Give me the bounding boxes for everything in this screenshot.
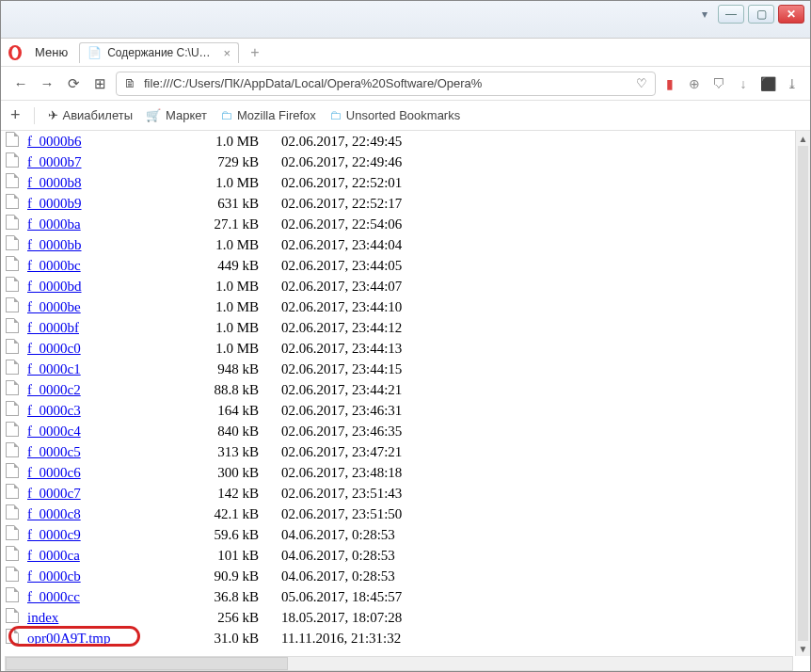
bookmark-item-unsorted[interactable]: 🗀 Unsorted Bookmarks xyxy=(329,108,460,122)
table-row: f_0000bd1.0 MB02.06.2017, 23:44:07 xyxy=(1,276,810,296)
file-link[interactable]: f_0000c1 xyxy=(27,361,81,376)
file-icon-cell xyxy=(1,379,24,400)
forward-button[interactable]: → xyxy=(37,73,57,94)
file-link[interactable]: f_0000c4 xyxy=(27,424,81,439)
file-link[interactable]: f_0000ca xyxy=(27,548,80,563)
table-row: f_0000be1.0 MB02.06.2017, 23:44:10 xyxy=(1,296,810,317)
shield-icon[interactable]: ⛉ xyxy=(710,75,727,92)
table-row: f_0000c842.1 kB02.06.2017, 23:51:50 xyxy=(1,504,810,524)
document-icon xyxy=(6,339,19,354)
document-icon xyxy=(6,629,19,644)
tab-close-icon[interactable]: × xyxy=(224,46,231,60)
file-link[interactable]: f_0000b7 xyxy=(27,154,82,169)
maximize-button[interactable]: ▢ xyxy=(748,5,774,24)
document-icon xyxy=(6,587,19,602)
file-link[interactable]: f_0000cb xyxy=(27,568,81,584)
file-link[interactable]: f_0000c7 xyxy=(27,486,81,501)
file-link[interactable]: f_0000b6 xyxy=(27,134,82,149)
scroll-thumb[interactable] xyxy=(798,146,808,641)
window-dropdown-icon[interactable]: ▾ xyxy=(695,5,714,24)
file-size: 36.8 kB xyxy=(183,586,278,607)
document-icon xyxy=(6,442,19,457)
file-link[interactable]: f_0000b9 xyxy=(27,196,82,211)
download-icon[interactable]: ↓ xyxy=(735,75,752,92)
file-icon-cell xyxy=(1,524,24,545)
file-size: 1.0 MB xyxy=(183,317,278,338)
document-icon xyxy=(6,463,19,478)
bookmark-label: Mozilla Firefox xyxy=(237,108,316,122)
document-icon xyxy=(6,546,19,561)
file-link[interactable]: f_0000b8 xyxy=(27,175,82,190)
back-button[interactable]: ← xyxy=(10,73,31,94)
minimize-button[interactable]: — xyxy=(718,5,744,24)
file-link[interactable]: index xyxy=(27,610,58,625)
file-date: 02.06.2017, 23:47:21 xyxy=(278,441,810,462)
folder-icon: 🗀 xyxy=(220,108,232,122)
file-link[interactable]: opr00A9T.tmp xyxy=(27,631,110,646)
bookmark-item-market[interactable]: 🛒 Маркет xyxy=(146,108,207,122)
file-link[interactable]: f_0000cc xyxy=(27,589,80,604)
bookmark-item-firefox[interactable]: 🗀 Mozilla Firefox xyxy=(220,108,316,122)
bookmark-item-aviabilety[interactable]: ✈ Авиабилеты xyxy=(48,108,133,122)
file-icon-cell xyxy=(1,628,24,648)
globe-icon[interactable]: ⊕ xyxy=(686,75,703,92)
table-row: f_0000b9631 kB02.06.2017, 22:52:17 xyxy=(1,193,810,214)
document-icon xyxy=(6,504,19,520)
file-link[interactable]: f_0000bf xyxy=(27,320,79,335)
document-icon xyxy=(6,297,19,312)
opera-logo-icon[interactable] xyxy=(7,44,24,61)
table-row: f_0000cc36.8 kB05.06.2017, 18:45:57 xyxy=(1,586,810,607)
file-listing: f_0000b61.0 MB02.06.2017, 22:49:45f_0000… xyxy=(1,131,810,660)
address-bar[interactable]: 🗎 file:///C:/Users/ПК/AppData/Local/Oper… xyxy=(116,72,656,96)
file-link[interactable]: f_0000ba xyxy=(27,216,81,232)
close-button[interactable]: ✕ xyxy=(778,5,804,24)
document-icon xyxy=(6,484,19,499)
file-date: 02.06.2017, 23:44:21 xyxy=(278,379,810,400)
separator xyxy=(34,107,35,124)
table-row: f_0000cb90.9 kB04.06.2017, 0:28:53 xyxy=(1,566,810,586)
adblock-icon[interactable]: ▮ xyxy=(661,75,678,92)
file-link[interactable]: f_0000c5 xyxy=(27,444,81,459)
save-icon[interactable]: ⤓ xyxy=(784,75,801,92)
add-bookmark-button[interactable]: + xyxy=(10,105,21,125)
tab-active[interactable]: 📄 Содержание C:\Users\ПК × xyxy=(79,42,239,63)
file-icon-cell xyxy=(1,359,24,379)
file-link[interactable]: f_0000c6 xyxy=(27,465,81,480)
scroll-thumb-horizontal[interactable] xyxy=(6,657,288,670)
file-date: 02.06.2017, 22:52:17 xyxy=(278,193,810,214)
heart-icon[interactable]: ♡ xyxy=(636,76,647,90)
file-size: 1.0 MB xyxy=(183,131,278,152)
file-link[interactable]: f_0000bd xyxy=(27,279,82,294)
file-icon-cell xyxy=(1,586,24,607)
file-icon-cell xyxy=(1,193,24,214)
file-date: 02.06.2017, 22:49:46 xyxy=(278,152,810,172)
file-icon-cell xyxy=(1,483,24,504)
file-link[interactable]: f_0000bc xyxy=(27,258,81,273)
vertical-scrollbar[interactable]: ▲ ▼ xyxy=(795,131,810,656)
file-link[interactable]: f_0000c0 xyxy=(27,341,81,356)
reload-button[interactable]: ⟳ xyxy=(63,73,84,94)
document-icon xyxy=(6,256,19,271)
extension-icon[interactable]: ⬛ xyxy=(759,75,776,92)
document-icon xyxy=(6,215,19,230)
file-link[interactable]: f_0000c2 xyxy=(27,382,81,397)
bookmark-label: Unsorted Bookmarks xyxy=(346,108,460,122)
file-icon-cell xyxy=(1,421,24,441)
file-link[interactable]: f_0000be xyxy=(27,299,81,314)
file-link[interactable]: f_0000c3 xyxy=(27,403,81,418)
file-link[interactable]: f_0000c8 xyxy=(27,506,81,521)
tab-bar: Меню 📄 Содержание C:\Users\ПК × + xyxy=(1,39,810,67)
table-row: f_0000b81.0 MB02.06.2017, 22:52:01 xyxy=(1,172,810,193)
scroll-up-icon[interactable]: ▲ xyxy=(796,131,810,146)
scroll-down-icon[interactable]: ▼ xyxy=(796,641,810,656)
file-link[interactable]: f_0000c9 xyxy=(27,527,81,542)
menu-button[interactable]: Меню xyxy=(29,43,73,61)
folder-icon: 🗀 xyxy=(329,108,342,122)
speed-dial-button[interactable]: ⊞ xyxy=(89,73,110,94)
new-tab-button[interactable]: + xyxy=(245,44,264,61)
document-icon xyxy=(6,173,19,188)
file-size: 88.8 kB xyxy=(183,379,278,400)
address-bar-row: ← → ⟳ ⊞ 🗎 file:///C:/Users/ПК/AppData/Lo… xyxy=(1,67,810,101)
horizontal-scrollbar[interactable] xyxy=(5,656,793,671)
file-link[interactable]: f_0000bb xyxy=(27,237,82,252)
